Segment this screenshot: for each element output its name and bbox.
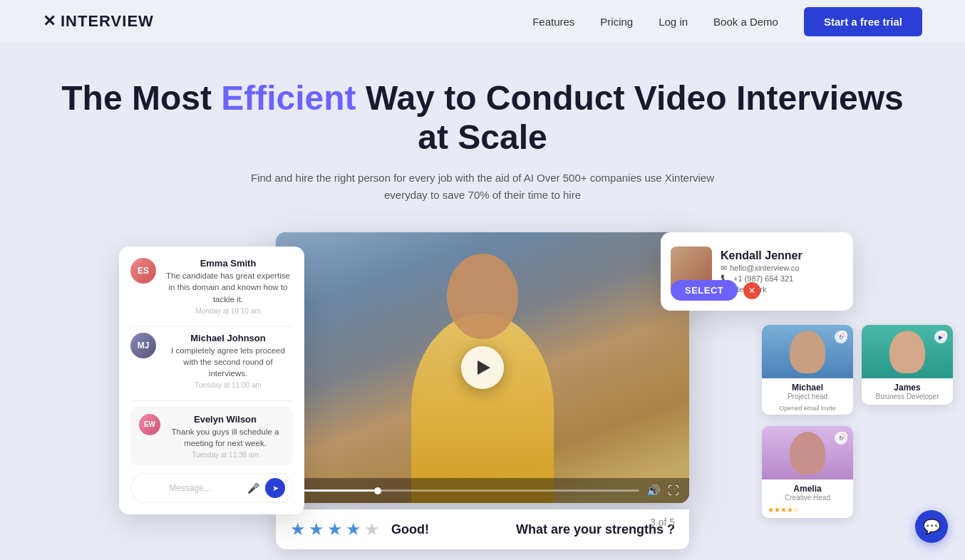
chat-content-emma: Emma Smith The candidate has great exper…	[163, 258, 293, 314]
chat-name-evelyn: Evelyn Wilson	[166, 414, 284, 425]
logo-x-icon: ✕	[43, 12, 56, 31]
rating-bar: ★ ★ ★ ★ ★ Good! What are your strengths …	[276, 509, 689, 549]
hero-title: The Most Efficient Way to Conduct Video …	[43, 78, 922, 157]
chat-input-area[interactable]: Message... 🎤 ➤	[130, 473, 293, 503]
profile-name-amelia: Amelia	[762, 479, 853, 494]
microphone-icon[interactable]: 🎤	[247, 482, 259, 494]
video-controls[interactable]: 🔊 ⛶	[276, 478, 689, 503]
candidate-name: Kendall Jenner	[721, 249, 803, 262]
star-2: ★	[309, 519, 324, 539]
profile-badge-michael: Opened email invite	[762, 405, 853, 415]
hero-subtitle: Find and hire the right person for every…	[233, 170, 732, 204]
hero-title-part1: The Most	[61, 79, 221, 117]
start-trial-button[interactable]: Start a free trial	[804, 7, 922, 36]
profile-name-michael: Michael	[762, 378, 853, 393]
chat-text-emma: The candidate has great expertise in thi…	[163, 270, 293, 304]
profile-card-amelia: ↻ Amelia Creative Head ★★★★☆	[762, 426, 853, 518]
star-3: ★	[327, 519, 343, 539]
fullscreen-icon[interactable]: ⛶	[668, 484, 679, 497]
chat-time-michael: Tuesday at 11:00 am	[163, 381, 293, 389]
volume-icon[interactable]: 🔊	[646, 484, 661, 497]
star-rating: ★ ★ ★ ★ ★	[290, 519, 380, 539]
profile-name-james: James	[862, 378, 953, 393]
nav-login[interactable]: Log in	[659, 16, 688, 28]
chat-divider-1	[130, 326, 293, 327]
video-play-button[interactable]	[461, 346, 504, 389]
profile-card-michael: ↻ Michael Project head Opened email invi…	[762, 325, 853, 415]
chat-text-michael: I completely agree lets proceed with the…	[163, 345, 293, 379]
send-button[interactable]: ➤	[265, 478, 285, 498]
chat-message-michael: MJ Michael Johnson I completely agree le…	[130, 333, 293, 389]
rating-label: Good!	[391, 522, 429, 537]
demo-container: 🔊 ⛶ ★ ★ ★ ★ ★ Good! What are your streng…	[91, 232, 874, 560]
video-progress-dot	[374, 487, 381, 494]
chat-content-michael: Michael Johnson I completely agree lets …	[163, 333, 293, 389]
chat-name-emma: Emma Smith	[163, 258, 293, 269]
chat-input-placeholder[interactable]: Message...	[138, 483, 242, 493]
logo-text: INTERVIEW	[61, 12, 154, 31]
chat-message-emma: ES Emma Smith The candidate has great ex…	[130, 258, 293, 314]
email-icon: ✉	[721, 264, 727, 273]
question-counter: 3 of 5	[650, 517, 675, 528]
hero-section: The Most Efficient Way to Conduct Video …	[0, 43, 965, 560]
star-5: ★	[364, 519, 380, 539]
play-icon	[478, 361, 490, 375]
chat-support-button[interactable]: 💬	[915, 510, 948, 543]
video-progress-bar[interactable]	[286, 489, 639, 492]
select-candidate-button[interactable]: SELECT	[671, 280, 738, 301]
avatar-michael: MJ	[130, 333, 156, 358]
star-1: ★	[290, 519, 306, 539]
chat-divider-2	[130, 400, 293, 401]
logo[interactable]: ✕ INTERVIEW	[43, 12, 154, 31]
candidate-email: ✉ hello@xinterview.co	[721, 264, 803, 273]
candidate-card: Kendall Jenner ✉ hello@xinterview.co 📞 +…	[661, 232, 853, 311]
chat-content-evelyn: Evelyn Wilson Thank you guys ill schedul…	[166, 414, 284, 459]
chat-time-evelyn: Tuesday at 11:38 am	[166, 451, 284, 459]
nav-features[interactable]: Features	[532, 16, 574, 28]
video-background	[276, 232, 689, 503]
nav-links: Features Pricing Log in Book a Demo Star…	[532, 7, 922, 36]
chat-time-emma: Monday at 10:10 am	[163, 307, 293, 315]
profile-role-michael: Project head	[762, 393, 853, 405]
navbar: ✕ INTERVIEW Features Pricing Log in Book…	[0, 0, 965, 43]
chat-name-michael: Michael Johnson	[163, 333, 293, 343]
star-4: ★	[346, 519, 361, 539]
hero-title-highlight: Efficient	[221, 79, 356, 117]
profile-role-james: Business Developer	[862, 393, 953, 405]
dismiss-candidate-button[interactable]: ✕	[743, 282, 760, 299]
chat-text-evelyn: Thank you guys ill schedule a meeting fo…	[166, 426, 284, 449]
nav-book-demo[interactable]: Book a Demo	[713, 16, 778, 28]
interview-question: What are your strengths ?	[440, 522, 675, 537]
profile-stars-amelia: ★★★★☆	[762, 506, 853, 518]
avatar-emma: ES	[130, 258, 156, 284]
video-player[interactable]: 🔊 ⛶	[276, 232, 689, 503]
profiles-column: ↻ Michael Project head Opened email invi…	[762, 325, 853, 518]
hero-title-part2: Way to Conduct Video Interviews at Scale	[356, 79, 904, 156]
chat-bubble-evelyn: EW Evelyn Wilson Thank you guys ill sche…	[130, 407, 293, 466]
avatar-evelyn: EW	[139, 414, 160, 435]
profile-card-james: ▶ James Business Developer	[862, 325, 953, 405]
chat-panel: ES Emma Smith The candidate has great ex…	[119, 247, 304, 514]
profile-role-amelia: Creative Head	[762, 494, 853, 506]
nav-pricing[interactable]: Pricing	[600, 16, 633, 28]
